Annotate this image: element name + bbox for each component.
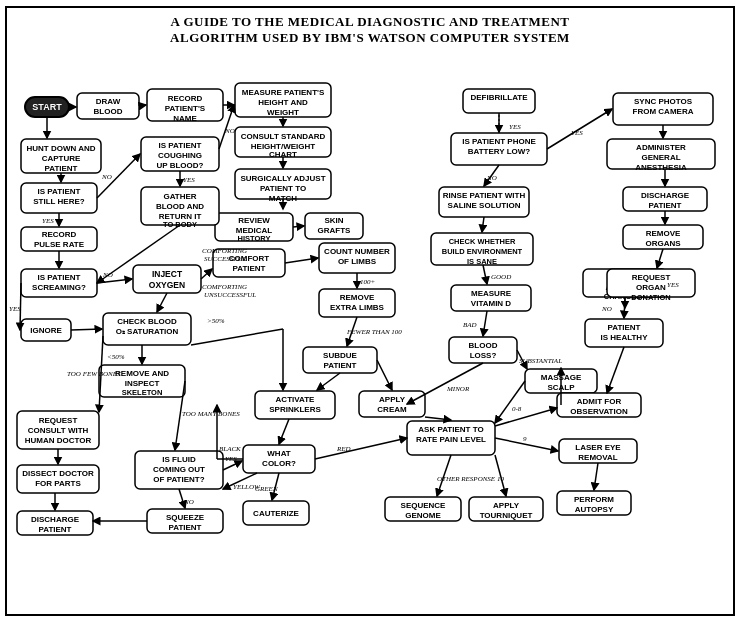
- svg-text:ORGANS: ORGANS: [645, 239, 681, 248]
- svg-text:STILL HERE?: STILL HERE?: [33, 197, 85, 206]
- svg-text:ASK PATIENT TO: ASK PATIENT TO: [418, 425, 483, 434]
- flowchart-area: START DRAW BLOOD RECORD PATIENT'S NAME M…: [7, 51, 733, 607]
- svg-text:SCREAMING?: SCREAMING?: [32, 283, 86, 292]
- flowchart-svg: START DRAW BLOOD RECORD PATIENT'S NAME M…: [7, 51, 735, 611]
- svg-text:ANESTHESIA: ANESTHESIA: [635, 163, 687, 172]
- svg-text:COUNT NUMBER: COUNT NUMBER: [324, 247, 390, 256]
- svg-text:IS PATIENT: IS PATIENT: [159, 141, 202, 150]
- svg-text:NO: NO: [101, 173, 112, 181]
- svg-text:REVIEW: REVIEW: [238, 216, 270, 225]
- svg-text:SPRINKLERS: SPRINKLERS: [269, 405, 321, 414]
- svg-text:TOO FEW BONES: TOO FEW BONES: [67, 370, 121, 378]
- title-line1: A Guide to the Medical Diagnostic and Tr…: [170, 14, 569, 29]
- svg-text:ADMINISTER: ADMINISTER: [636, 143, 686, 152]
- svg-text:PATIENT'S: PATIENT'S: [165, 104, 206, 113]
- svg-text:CONSULT STANDARD: CONSULT STANDARD: [241, 132, 326, 141]
- svg-text:IS PATIENT PHONE: IS PATIENT PHONE: [462, 137, 536, 146]
- svg-text:WHAT: WHAT: [267, 449, 291, 458]
- svg-text:OF LIMBS: OF LIMBS: [338, 257, 377, 266]
- svg-text:LASER EYE: LASER EYE: [575, 443, 621, 452]
- svg-text:NAME: NAME: [173, 114, 197, 123]
- svg-text:YES: YES: [9, 305, 21, 313]
- svg-text:9: 9: [523, 435, 527, 443]
- svg-text:WEIGHT: WEIGHT: [267, 108, 299, 117]
- svg-text:PATIENT: PATIENT: [607, 323, 640, 332]
- svg-text:DISCHARGE: DISCHARGE: [641, 191, 690, 200]
- svg-text:DISCHARGE: DISCHARGE: [31, 515, 80, 524]
- svg-text:YELLOW: YELLOW: [233, 483, 261, 491]
- svg-text:PERFORM: PERFORM: [574, 495, 614, 504]
- svg-text:SQUEEZE: SQUEEZE: [166, 513, 205, 522]
- svg-text:REMOVE: REMOVE: [646, 229, 681, 238]
- svg-text:DONATION: DONATION: [631, 293, 670, 302]
- svg-text:AUTOPSY: AUTOPSY: [575, 505, 614, 514]
- svg-text:REQUEST: REQUEST: [632, 273, 671, 282]
- svg-text:MEASURE PATIENT'S: MEASURE PATIENT'S: [242, 88, 325, 97]
- svg-text:TO BODY: TO BODY: [163, 220, 197, 229]
- svg-line-172: [293, 226, 304, 227]
- svg-text:RECORD: RECORD: [168, 94, 203, 103]
- svg-text:IS PATIENT: IS PATIENT: [38, 273, 81, 282]
- svg-text:IS FLUID: IS FLUID: [162, 455, 196, 464]
- svg-line-236: [624, 297, 625, 318]
- svg-text:GRAFTS: GRAFTS: [318, 226, 352, 235]
- svg-text:PATIENT: PATIENT: [38, 525, 71, 534]
- svg-text:PATIENT: PATIENT: [323, 361, 356, 370]
- svg-text:GATHER: GATHER: [163, 192, 196, 201]
- svg-text:ADMIT FOR: ADMIT FOR: [577, 397, 622, 406]
- svg-text:OBSERVATION: OBSERVATION: [570, 407, 628, 416]
- svg-text:YES: YES: [509, 123, 521, 131]
- svg-text:FEWER THAN 100: FEWER THAN 100: [346, 328, 402, 336]
- svg-text:COMFORTING: COMFORTING: [202, 283, 247, 291]
- diagram-title: A Guide to the Medical Diagnostic and Tr…: [7, 8, 733, 52]
- svg-text:MINOR: MINOR: [446, 385, 470, 393]
- title-line2: Algorithm Used by IBM's Watson Computer …: [170, 30, 570, 45]
- svg-text:BATTERY LOW?: BATTERY LOW?: [468, 147, 531, 156]
- svg-text:CREAM: CREAM: [377, 405, 407, 414]
- svg-text:SUCCESSFUL: SUCCESSFUL: [204, 255, 247, 263]
- svg-text:NO: NO: [224, 127, 235, 135]
- svg-text:TOURNIQUET: TOURNIQUET: [480, 511, 533, 520]
- svg-text:COLOR?: COLOR?: [262, 459, 296, 468]
- svg-text:REMOVE: REMOVE: [340, 293, 375, 302]
- svg-text:YES: YES: [571, 129, 583, 137]
- svg-text:GOOD: GOOD: [491, 273, 511, 281]
- svg-text:COMING OUT: COMING OUT: [153, 465, 205, 474]
- svg-text:PATIENT: PATIENT: [168, 523, 201, 532]
- svg-text:COUGHING: COUGHING: [158, 151, 202, 160]
- svg-text:REQUEST: REQUEST: [39, 416, 78, 425]
- svg-text:SALINE SOLUTION: SALINE SOLUTION: [448, 201, 521, 210]
- svg-text:UP BLOOD?: UP BLOOD?: [157, 161, 204, 170]
- svg-text:SYNC PHOTOS: SYNC PHOTOS: [634, 97, 693, 106]
- svg-text:YES: YES: [225, 455, 237, 463]
- svg-text:SKIN: SKIN: [324, 216, 343, 225]
- svg-text:RINSE PATIENT WITH: RINSE PATIENT WITH: [443, 191, 526, 200]
- svg-text:BLOOD AND: BLOOD AND: [156, 202, 204, 211]
- svg-text:FOR PARTS: FOR PARTS: [35, 479, 81, 488]
- svg-text:APPLY: APPLY: [379, 395, 406, 404]
- svg-text:DISSECT DOCTOR: DISSECT DOCTOR: [22, 469, 94, 478]
- svg-text:CAUTERIZE: CAUTERIZE: [253, 509, 299, 518]
- svg-text:ORGAN: ORGAN: [636, 283, 666, 292]
- svg-text:SUBDUE: SUBDUE: [323, 351, 357, 360]
- svg-text:REMOVAL: REMOVAL: [578, 453, 618, 462]
- svg-text:RED: RED: [336, 445, 351, 453]
- svg-text:0-8: 0-8: [512, 405, 522, 413]
- svg-text:HUMAN DOCTOR: HUMAN DOCTOR: [25, 436, 92, 445]
- svg-text:MEASURE: MEASURE: [471, 289, 512, 298]
- svg-text:CONSULT WITH: CONSULT WITH: [28, 426, 89, 435]
- svg-text:IS PATIENT: IS PATIENT: [38, 187, 81, 196]
- svg-text:GENOME: GENOME: [405, 511, 441, 520]
- svg-text:CHECK BLOOD: CHECK BLOOD: [117, 317, 177, 326]
- svg-text:>50%: >50%: [207, 317, 225, 325]
- svg-text:O₂ SATURATION: O₂ SATURATION: [116, 327, 179, 336]
- svg-text:EXTRA LIMBS: EXTRA LIMBS: [330, 303, 385, 312]
- svg-text:YES: YES: [183, 176, 195, 184]
- svg-text:SKELETON: SKELETON: [122, 388, 163, 397]
- svg-text:SURGICALLY ADJUST: SURGICALLY ADJUST: [240, 174, 325, 183]
- svg-text:UNSUCCESSFUL: UNSUCCESSFUL: [204, 291, 256, 299]
- svg-text:APPLY: APPLY: [493, 501, 520, 510]
- svg-text:INJECT: INJECT: [152, 269, 183, 279]
- svg-text:DEFIBRILLATE: DEFIBRILLATE: [470, 93, 528, 102]
- svg-text:BLACK: BLACK: [219, 445, 241, 453]
